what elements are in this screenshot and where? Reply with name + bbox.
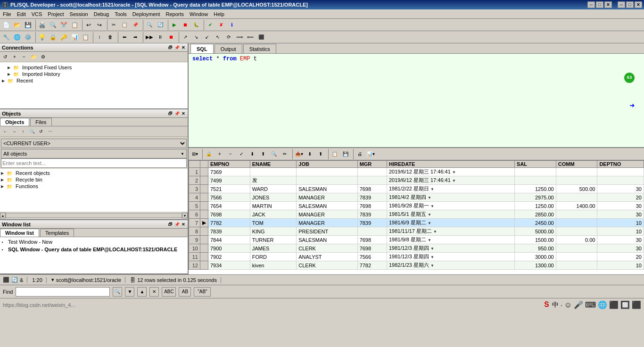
ime-icon-zh[interactable]: 中 — [552, 301, 559, 309]
tb-rollback-btn[interactable]: ✘ — [216, 20, 226, 30]
grid-filter-down-btn[interactable]: ⬇ — [247, 149, 257, 159]
inner-maximize-btn[interactable]: □ — [596, 1, 603, 8]
col-header-mgr[interactable]: MGR — [357, 161, 387, 168]
tb-stop-btn[interactable]: ⏹ — [180, 20, 190, 30]
col-header-hiredate[interactable]: HIREDATE — [387, 161, 514, 168]
tab-files[interactable]: Files — [30, 118, 51, 126]
tb-btn-2[interactable]: 📂 — [12, 20, 22, 30]
dropdown-arrow[interactable]: ▼ — [428, 213, 431, 217]
obj-fwd-btn[interactable]: → — [10, 127, 18, 136]
tb-btn-1[interactable]: 📄 — [1, 20, 11, 30]
dropdown-arrow[interactable]: ▼ — [430, 204, 434, 208]
tb2-btn-2[interactable]: 🌐 — [12, 32, 22, 42]
tb-info-btn[interactable]: ℹ — [227, 20, 237, 30]
wl-close-btn[interactable]: ✕ — [181, 222, 186, 227]
menu-vcs[interactable]: VCS — [29, 10, 45, 18]
tb2-btn-13[interactable]: ▶▶ — [144, 32, 155, 42]
tb2-btn-12[interactable]: ➡ — [130, 32, 140, 42]
find-check-btn[interactable]: ABC — [162, 287, 176, 297]
col-header-ename[interactable]: ENAME — [250, 161, 297, 168]
obj-item-recent[interactable]: ▶ 📁 Recent objects — [1, 170, 187, 176]
tab-sql[interactable]: SQL — [190, 44, 214, 53]
dropdown-arrow[interactable]: ▼ — [452, 170, 456, 174]
tb2-btn-18[interactable]: ↙ — [202, 32, 212, 42]
ime-icon-s[interactable]: Ｓ — [543, 300, 550, 310]
obj-back-btn[interactable]: ← — [1, 127, 9, 136]
tab-windowlist[interactable]: Window list — [0, 229, 39, 237]
col-header-sal[interactable]: SAL — [515, 161, 556, 168]
tb2-btn-14[interactable]: ⏸ — [155, 32, 165, 42]
dropdown-arrow[interactable]: ▼ — [428, 196, 431, 200]
grid-add-btn[interactable]: + — [215, 149, 225, 159]
tb2-btn-6[interactable]: 🔑 — [58, 32, 69, 42]
obj-item-recycle[interactable]: ▶ 📁 Recycle bin — [1, 176, 187, 183]
conn-remove-btn[interactable]: − — [20, 53, 28, 61]
grid-save-btn[interactable]: 💾 — [340, 149, 351, 159]
col-header-empno[interactable]: EMPNO — [208, 161, 250, 168]
menu-debug[interactable]: Debug — [91, 10, 112, 18]
tb2-btn-11[interactable]: ⬅ — [119, 32, 130, 42]
tb2-btn-21[interactable]: ⟹ — [234, 32, 245, 42]
tb-btn-6[interactable]: ✂️ — [58, 20, 69, 30]
app-close-btn[interactable]: ✕ — [635, 1, 642, 8]
grid-export-btn[interactable]: 📤▾ — [294, 149, 304, 159]
table-row[interactable]: 37521WARDSALESMAN76981981/2/22 星期日 ▼1250… — [189, 185, 644, 193]
scroll-down-btn[interactable]: ▼ — [182, 213, 188, 218]
tb2-btn-16[interactable]: ↗ — [180, 32, 190, 42]
tb-btn-3[interactable]: 💾 — [23, 20, 33, 30]
table-row[interactable]: 67698JACKMANAGER78391981/5/1 星期五 ▼2850.0… — [189, 210, 644, 219]
tb2-btn-23[interactable]: ⬛ — [256, 32, 266, 42]
menu-reports[interactable]: Reports — [163, 10, 187, 18]
tb2-btn-10[interactable]: 🗑 — [105, 32, 116, 42]
table-row[interactable]: 87839KINGPRESIDENT1981/11/17 星期二 ▼5000.0… — [189, 227, 644, 236]
scroll-track[interactable] — [6, 213, 182, 218]
find-search-btn[interactable]: 🔍 — [113, 287, 122, 297]
ime-icon-sq3[interactable]: ⬛ — [632, 300, 641, 309]
find-input[interactable] — [16, 287, 110, 297]
tb-copy-btn[interactable]: 📋 — [119, 20, 130, 30]
inner-minimize-btn[interactable]: ─ — [587, 1, 595, 8]
table-row[interactable]: 107900JAMESCLERK76981981/12/3 星期四 ▼950.0… — [189, 244, 644, 253]
find-quote-btn[interactable]: "AB" — [194, 287, 211, 297]
tb-commit-btn[interactable]: ✔ — [205, 20, 215, 30]
tb-search-btn[interactable]: 🔍 — [144, 20, 155, 30]
dropdown-arrow[interactable]: ▼ — [452, 179, 456, 183]
tb-paste-btn[interactable]: 📌 — [130, 20, 140, 30]
obj-more-btn[interactable]: ⋯ — [46, 127, 54, 136]
objects-search-input[interactable] — [1, 158, 187, 168]
ime-icon-sq1[interactable]: ⬛ — [609, 300, 619, 309]
menu-project[interactable]: Project — [45, 10, 66, 18]
ime-icon-face[interactable]: ☺ — [564, 301, 572, 309]
wl-item-sql[interactable]: ▪ SQL Window - Query data of table EMP@L… — [1, 246, 187, 253]
tb2-btn-3[interactable]: ⚙️ — [23, 32, 33, 42]
grid-lock-btn[interactable]: 🔒 — [204, 149, 214, 159]
connections-close-btn[interactable]: ✕ — [181, 45, 186, 50]
grid-import-down-btn[interactable]: ⬇ — [305, 149, 315, 159]
tb2-btn-5[interactable]: 🔒 — [48, 32, 58, 42]
tb-btn-7[interactable]: 📋 — [69, 20, 80, 30]
dropdown-arrow[interactable]: ▼ — [430, 187, 434, 191]
objects-close-btn[interactable]: ✕ — [181, 111, 186, 116]
menu-help[interactable]: Help — [211, 10, 227, 18]
app-minimize-btn[interactable]: ─ — [618, 1, 625, 8]
objects-pin-btn[interactable]: 📌 — [174, 111, 180, 116]
conn-add-btn[interactable]: + — [10, 53, 19, 61]
grid-search-btn[interactable]: 🔍 — [269, 149, 279, 159]
obj-item-functions[interactable]: ▶ 📁 Functions — [1, 183, 187, 190]
redo-btn[interactable]: ↪ — [94, 20, 105, 30]
objects-restore-btn[interactable]: 🗗 — [168, 111, 173, 116]
tb2-btn-17[interactable]: ↘ — [191, 32, 201, 42]
grid-copy-btn[interactable]: 📋 — [330, 149, 340, 159]
table-row[interactable]: 7▶7782TOMMANAGER78391981/6/9 星期二 ▼2450.0… — [189, 219, 644, 227]
conn-item-fixed-users[interactable]: ▶ 📁 Imported Fixed Users — [2, 64, 186, 71]
tb-debug-btn[interactable]: 🐛 — [191, 20, 201, 30]
table-row[interactable]: 47566JONESMANAGER78391981/4/2 星期四 ▼2975.… — [189, 193, 644, 202]
conn-refresh-btn[interactable]: ↺ — [1, 53, 9, 61]
tb2-btn-19[interactable]: ↖ — [213, 32, 223, 42]
table-row[interactable]: 27499发2019/6/12 星期三 17:46:41 ▼ — [189, 176, 644, 185]
dropdown-arrow[interactable]: ▼ — [428, 238, 431, 242]
table-row[interactable]: 117902FORDANALYST75661981/12/3 星期四 ▼3000… — [189, 253, 644, 261]
tb2-btn-20[interactable]: ⟳ — [223, 32, 234, 42]
tb-btn-5[interactable]: 🔍 — [48, 20, 58, 30]
grid-check-btn[interactable]: ✓ — [236, 149, 247, 159]
